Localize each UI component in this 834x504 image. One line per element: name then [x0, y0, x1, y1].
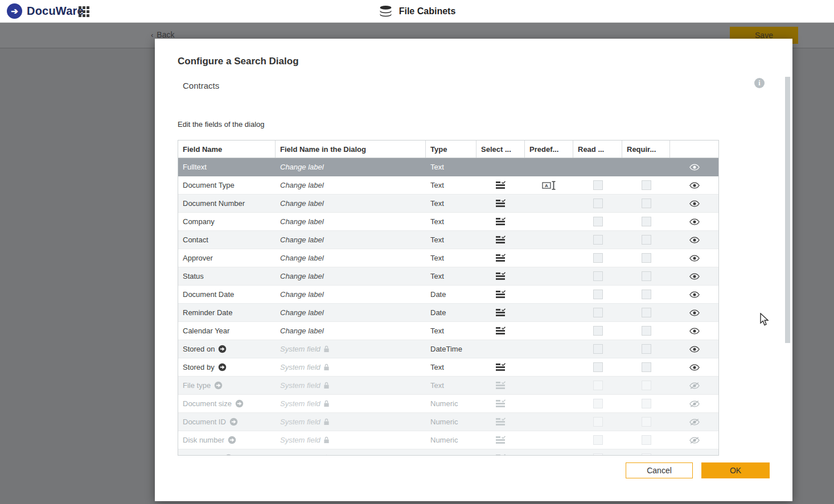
select-list-icon[interactable] [495, 290, 506, 299]
required-checkbox[interactable] [642, 453, 651, 456]
change-label-link[interactable]: Change label [280, 163, 324, 171]
table-row[interactable]: StatusChange labelText [178, 267, 718, 286]
select-list-icon[interactable] [495, 363, 506, 371]
visibility-eye-icon[interactable] [689, 273, 700, 280]
required-checkbox[interactable] [642, 326, 651, 336]
visibility-eye-icon[interactable] [689, 237, 700, 243]
readonly-checkbox[interactable] [593, 344, 603, 354]
visibility-eye-icon[interactable] [689, 291, 700, 298]
visibility-eye-icon[interactable] [689, 309, 700, 316]
table-row[interactable]: Document NumberChange labelText [178, 195, 718, 213]
table-row[interactable]: ApproverChange labelText [178, 249, 718, 267]
readonly-checkbox[interactable] [593, 235, 603, 245]
visibility-eye-off-icon[interactable] [689, 419, 700, 425]
info-icon[interactable]: i [754, 78, 765, 88]
required-checkbox[interactable] [642, 344, 651, 354]
table-row[interactable]: Modified onSystem fieldDateTime [178, 449, 718, 456]
dialog-name-field[interactable]: Contracts [183, 81, 219, 90]
readonly-checkbox[interactable] [593, 290, 603, 299]
readonly-checkbox[interactable] [593, 326, 603, 336]
readonly-checkbox[interactable] [593, 308, 603, 317]
required-checkbox[interactable] [642, 199, 651, 208]
required-checkbox[interactable] [642, 381, 651, 390]
readonly-checkbox[interactable] [593, 362, 603, 372]
required-checkbox[interactable] [642, 362, 651, 372]
visibility-eye-icon[interactable] [689, 328, 700, 334]
select-list-icon[interactable] [495, 436, 506, 444]
select-list-icon[interactable] [495, 236, 506, 244]
change-label-link[interactable]: Change label [280, 236, 324, 244]
required-checkbox[interactable] [642, 253, 651, 263]
readonly-checkbox[interactable] [593, 399, 603, 408]
visibility-eye-off-icon[interactable] [689, 382, 700, 389]
table-row[interactable]: Document TypeChange labelTextA [178, 176, 718, 195]
required-checkbox[interactable] [642, 217, 651, 226]
change-label-link[interactable]: Change label [280, 308, 324, 317]
table-row[interactable]: Reminder DateChange labelDate [178, 304, 718, 322]
select-list-icon[interactable] [495, 254, 506, 262]
select-list-icon[interactable] [495, 181, 506, 189]
table-row[interactable]: Disk numberSystem fieldNumeric [178, 431, 718, 449]
table-row[interactable]: Stored onSystem fieldDateTime [178, 340, 718, 358]
required-checkbox[interactable] [642, 180, 651, 190]
predefined-entry-icon[interactable]: A [542, 180, 557, 191]
ok-button[interactable]: OK [701, 462, 770, 478]
change-label-link[interactable]: Change label [280, 217, 324, 226]
visibility-eye-icon[interactable] [689, 218, 700, 225]
visibility-eye-off-icon[interactable] [689, 455, 700, 456]
select-list-icon[interactable] [495, 308, 506, 317]
required-checkbox[interactable] [642, 308, 651, 317]
table-row[interactable]: CompanyChange labelText [178, 213, 718, 231]
table-row[interactable]: Document sizeSystem fieldNumeric [178, 395, 718, 413]
required-checkbox[interactable] [642, 235, 651, 245]
table-row[interactable]: Document IDSystem fieldNumeric [178, 413, 718, 431]
readonly-checkbox[interactable] [593, 199, 603, 208]
table-row[interactable]: ContactChange labelText [178, 231, 718, 249]
readonly-checkbox[interactable] [593, 253, 603, 263]
select-list-icon[interactable] [495, 454, 506, 456]
visibility-eye-off-icon[interactable] [689, 437, 700, 444]
select-list-icon[interactable] [495, 418, 506, 426]
readonly-checkbox[interactable] [593, 417, 603, 427]
select-list-icon[interactable] [495, 217, 506, 226]
required-checkbox[interactable] [642, 290, 651, 299]
change-label-link[interactable]: Change label [280, 199, 324, 208]
select-list-icon[interactable] [495, 399, 506, 408]
change-label-link[interactable]: Change label [280, 181, 324, 189]
change-label-link[interactable]: Change label [280, 327, 324, 335]
change-label-link[interactable]: Change label [280, 254, 324, 262]
visibility-eye-icon[interactable] [689, 182, 700, 189]
table-row[interactable]: Calendar YearChange labelText [178, 322, 718, 340]
table-row[interactable]: FulltextChange labelText [178, 158, 718, 176]
required-checkbox[interactable] [642, 435, 651, 445]
select-list-icon[interactable] [495, 199, 506, 208]
apps-grid-icon[interactable] [79, 6, 89, 17]
visibility-eye-icon[interactable] [689, 200, 700, 207]
cancel-button[interactable]: Cancel [626, 462, 693, 478]
visibility-eye-icon[interactable] [689, 364, 700, 371]
table-row[interactable]: Document DateChange labelDate [178, 286, 718, 304]
required-checkbox[interactable] [642, 271, 651, 281]
table-row[interactable]: File typeSystem fieldText [178, 377, 718, 395]
readonly-checkbox[interactable] [593, 381, 603, 390]
required-checkbox[interactable] [642, 399, 651, 408]
visibility-eye-icon[interactable] [689, 255, 700, 262]
change-label-link[interactable]: Change label [280, 290, 324, 299]
readonly-checkbox[interactable] [593, 217, 603, 226]
readonly-checkbox[interactable] [593, 453, 603, 456]
select-list-icon[interactable] [495, 272, 506, 280]
readonly-checkbox[interactable] [593, 435, 603, 445]
change-label-link[interactable]: Change label [280, 272, 324, 280]
visibility-eye-off-icon[interactable] [689, 400, 700, 407]
readonly-checkbox[interactable] [593, 271, 603, 281]
visibility-eye-icon[interactable] [689, 164, 700, 171]
docuware-logo[interactable]: ➔ DocuWare [7, 3, 84, 19]
visibility-eye-icon[interactable] [689, 346, 700, 353]
back-button[interactable]: ‹Back [151, 30, 174, 39]
readonly-checkbox[interactable] [593, 180, 603, 190]
modal-scrollbar-thumb[interactable] [785, 77, 790, 343]
required-checkbox[interactable] [642, 417, 651, 427]
select-list-icon[interactable] [495, 381, 506, 390]
select-list-icon[interactable] [495, 327, 506, 335]
table-row[interactable]: Stored bySystem fieldText [178, 358, 718, 377]
